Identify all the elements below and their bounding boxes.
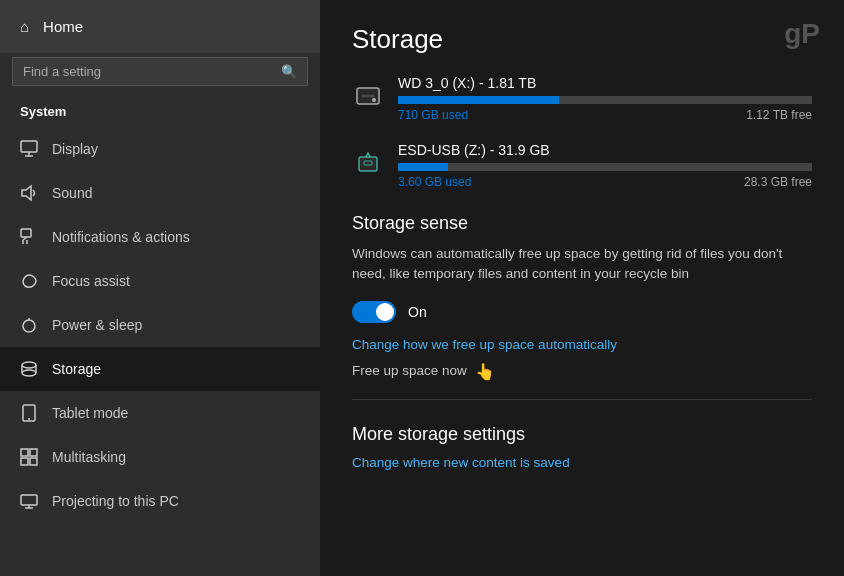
projecting-icon xyxy=(20,492,38,510)
storage-icon xyxy=(20,360,38,378)
sidebar-item-power[interactable]: Power & sleep xyxy=(0,303,320,347)
svg-rect-18 xyxy=(21,458,28,465)
drive-wd-info: WD 3_0 (X:) - 1.81 TB 710 GB used 1.12 T… xyxy=(398,75,812,122)
svg-rect-4 xyxy=(21,229,31,237)
sidebar-item-home[interactable]: ⌂ Home xyxy=(0,0,320,53)
storage-sense-toggle-row: On xyxy=(352,301,812,323)
storage-sense-title: Storage sense xyxy=(352,213,812,234)
drive-wd-stats: 710 GB used 1.12 TB free xyxy=(398,108,812,122)
divider xyxy=(352,399,812,400)
drive-usb-info: ESD-USB (Z:) - 31.9 GB 3.60 GB used 28.3… xyxy=(398,142,812,189)
search-icon: 🔍 xyxy=(281,64,297,79)
search-box[interactable]: 🔍 xyxy=(12,57,308,86)
drive-usb-used: 3.60 GB used xyxy=(398,175,471,189)
drive-wd-used: 710 GB used xyxy=(398,108,468,122)
svg-rect-16 xyxy=(21,449,28,456)
sidebar-label-focus: Focus assist xyxy=(52,273,130,289)
svg-marker-3 xyxy=(22,186,31,200)
drive-wd-free: 1.12 TB free xyxy=(746,108,812,122)
drive-wd-name: WD 3_0 (X:) - 1.81 TB xyxy=(398,75,812,91)
drive-wd-bar xyxy=(398,96,559,104)
sidebar-item-focus[interactable]: Focus assist xyxy=(0,259,320,303)
svg-point-8 xyxy=(23,320,35,332)
sidebar-item-sound[interactable]: Sound xyxy=(0,171,320,215)
multitasking-icon xyxy=(20,448,38,466)
sidebar-item-multitasking[interactable]: Multitasking xyxy=(0,435,320,479)
home-label: Home xyxy=(43,18,83,35)
home-icon: ⌂ xyxy=(20,18,29,35)
drive-usb-bar-wrap xyxy=(398,163,812,171)
drive-wd-icon xyxy=(352,82,384,116)
sidebar-item-tablet[interactable]: Tablet mode xyxy=(0,391,320,435)
drive-usb-bar xyxy=(398,163,448,171)
sidebar-label-multitasking: Multitasking xyxy=(52,449,126,465)
drive-usb: ESD-USB (Z:) - 31.9 GB 3.60 GB used 28.3… xyxy=(352,142,812,189)
sidebar-label-tablet: Tablet mode xyxy=(52,405,128,421)
watermark: gP xyxy=(784,18,820,50)
cursor-hand: 👆 xyxy=(475,362,495,381)
tablet-icon xyxy=(20,404,38,422)
svg-rect-26 xyxy=(359,157,377,171)
drive-usb-name: ESD-USB (Z:) - 31.9 GB xyxy=(398,142,812,158)
svg-point-25 xyxy=(372,98,376,102)
toggle-knob xyxy=(376,303,394,321)
change-free-up-link[interactable]: Change how we free up space automaticall… xyxy=(352,337,812,352)
page-title: Storage xyxy=(352,24,812,55)
drive-usb-icon xyxy=(352,149,384,183)
more-storage-title: More storage settings xyxy=(352,424,812,445)
storage-sense-desc: Windows can automatically free up space … xyxy=(352,244,812,285)
sidebar-label-display: Display xyxy=(52,141,98,157)
sidebar-label-sound: Sound xyxy=(52,185,92,201)
svg-point-15 xyxy=(28,418,30,420)
power-icon xyxy=(20,316,38,334)
svg-rect-0 xyxy=(21,141,37,152)
drive-usb-stats: 3.60 GB used 28.3 GB free xyxy=(398,175,812,189)
change-content-location-link[interactable]: Change where new content is saved xyxy=(352,455,812,470)
storage-sense-toggle-label: On xyxy=(408,304,427,320)
storage-sense-toggle[interactable] xyxy=(352,301,396,323)
sidebar-item-storage[interactable]: Storage xyxy=(0,347,320,391)
sidebar-label-power: Power & sleep xyxy=(52,317,142,333)
svg-point-10 xyxy=(22,362,36,368)
sidebar-item-notifications[interactable]: Notifications & actions xyxy=(0,215,320,259)
sidebar-label-projecting: Projecting to this PC xyxy=(52,493,179,509)
free-up-now-text[interactable]: Free up space now 👆 xyxy=(352,362,812,381)
svg-rect-20 xyxy=(21,495,37,505)
sidebar-label-notifications: Notifications & actions xyxy=(52,229,190,245)
focus-icon xyxy=(20,272,38,290)
search-input[interactable] xyxy=(23,64,273,79)
notifications-icon xyxy=(20,228,38,246)
drive-wd-bar-wrap xyxy=(398,96,812,104)
sidebar-item-projecting[interactable]: Projecting to this PC xyxy=(0,479,320,523)
sidebar-label-storage: Storage xyxy=(52,361,101,377)
svg-rect-19 xyxy=(30,458,37,465)
sidebar: ⌂ Home 🔍 System Display Sound Notificati… xyxy=(0,0,320,576)
sidebar-item-display[interactable]: Display xyxy=(0,127,320,171)
main-content: gP Storage WD 3_0 (X:) - 1.81 TB 710 GB … xyxy=(320,0,844,576)
svg-point-13 xyxy=(22,370,36,376)
sound-icon xyxy=(20,184,38,202)
drive-wd: WD 3_0 (X:) - 1.81 TB 710 GB used 1.12 T… xyxy=(352,75,812,122)
drive-usb-free: 28.3 GB free xyxy=(744,175,812,189)
svg-rect-17 xyxy=(30,449,37,456)
system-label: System xyxy=(0,98,320,127)
display-icon xyxy=(20,140,38,158)
